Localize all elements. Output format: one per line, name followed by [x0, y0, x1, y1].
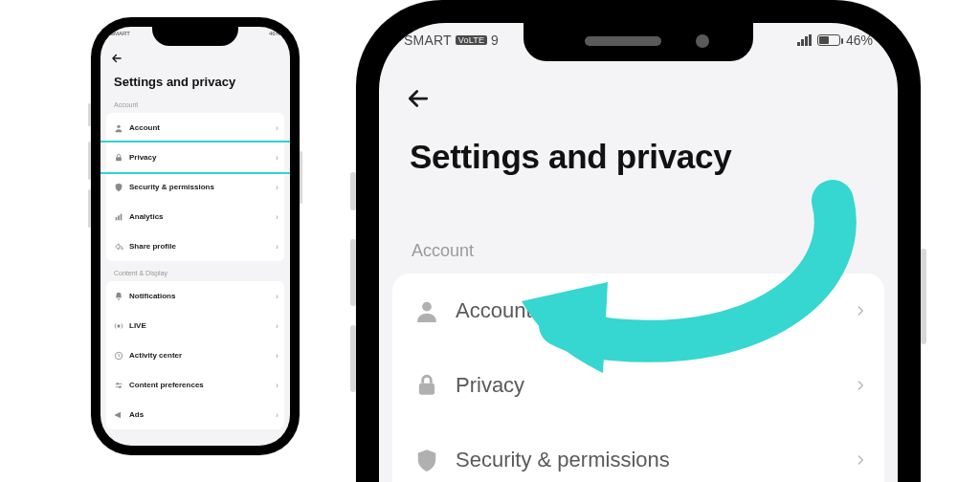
settings-list-account: Account › Privacy › Security & permissio… — [106, 113, 284, 261]
status-battery-text: 46% — [846, 33, 873, 48]
battery-icon — [817, 34, 840, 46]
share-icon — [114, 242, 123, 252]
row-privacy[interactable]: Privacy › — [106, 142, 284, 172]
volume-button — [88, 189, 91, 228]
status-volte-badge: VoLTE — [456, 35, 487, 45]
status-bar: SMART 46% — [100, 31, 290, 36]
phone-screen-small: SMART 46% Settings and privacy Account A… — [100, 27, 290, 446]
row-label: Privacy — [456, 373, 524, 398]
status-battery-text: 46% — [269, 31, 280, 36]
svg-point-9 — [422, 302, 432, 312]
row-label: Security & permissions — [456, 448, 670, 472]
settings-list-content: Notifications › LIVE › Activity center ›… — [106, 281, 284, 429]
lock-icon — [413, 372, 440, 399]
row-live[interactable]: LIVE › — [106, 311, 284, 340]
row-label: Account — [456, 298, 532, 323]
page-title: Settings and privacy — [114, 75, 235, 89]
svg-rect-1 — [116, 157, 122, 161]
svg-point-5 — [118, 324, 121, 327]
chevron-right-icon — [854, 300, 867, 321]
volume-button — [350, 239, 356, 306]
clock-icon — [114, 351, 123, 361]
row-privacy[interactable]: Privacy — [392, 348, 884, 423]
live-icon — [114, 321, 123, 331]
row-analytics[interactable]: Analytics › — [106, 202, 284, 231]
svg-rect-3 — [118, 215, 120, 220]
row-label: Analytics — [129, 212, 164, 221]
volume-button — [88, 142, 91, 180]
volume-button — [88, 103, 91, 126]
back-button[interactable] — [110, 52, 123, 65]
phone-notch — [152, 27, 238, 46]
person-icon — [413, 297, 440, 324]
chevron-right-icon: › — [276, 123, 278, 133]
row-activity-center[interactable]: Activity center › — [106, 340, 284, 370]
row-ads[interactable]: Ads › — [106, 400, 284, 429]
shield-icon — [413, 447, 440, 473]
page-title: Settings and privacy — [410, 138, 731, 176]
section-label-content: Content & Display — [114, 270, 167, 276]
chevron-right-icon: › — [276, 410, 278, 420]
section-label-account: Account — [114, 101, 138, 108]
svg-point-0 — [117, 124, 120, 127]
status-bar: SMART VoLTE 9 46% — [379, 33, 898, 48]
svg-rect-2 — [116, 217, 118, 220]
row-label: Share profile — [129, 242, 176, 251]
chevron-right-icon: › — [276, 321, 278, 331]
phone-screen-big: SMART VoLTE 9 46% Settings and privacy A… — [379, 23, 898, 482]
chevron-right-icon: › — [276, 212, 278, 222]
chevron-right-icon: › — [276, 183, 278, 192]
row-content-preferences[interactable]: Content preferences › — [106, 370, 284, 400]
row-account[interactable]: Account — [392, 274, 884, 348]
row-account[interactable]: Account › — [106, 113, 284, 142]
section-label-account: Account — [412, 241, 474, 261]
row-security[interactable]: Security & permissions › — [106, 172, 284, 202]
svg-rect-4 — [121, 213, 122, 220]
status-carrier: SMART — [110, 31, 130, 36]
chevron-right-icon: › — [276, 153, 278, 163]
svg-point-8 — [119, 385, 121, 387]
megaphone-icon — [114, 410, 123, 420]
row-label: Notifications — [129, 292, 175, 300]
row-label: Activity center — [129, 351, 182, 360]
row-security[interactable]: Security & permissions — [392, 423, 884, 482]
row-label: Privacy — [129, 153, 156, 162]
row-label: Ads — [129, 410, 144, 419]
phone-frame-small: SMART 46% Settings and privacy Account A… — [91, 17, 300, 455]
status-network-extra: 9 — [491, 33, 499, 48]
row-notifications[interactable]: Notifications › — [106, 281, 284, 311]
row-label: Content preferences — [129, 381, 204, 389]
svg-point-7 — [117, 383, 119, 384]
person-icon — [114, 123, 123, 133]
row-label: Account — [129, 123, 160, 132]
back-button[interactable] — [404, 84, 433, 113]
chevron-right-icon — [854, 375, 867, 396]
row-label: Security & permissions — [129, 183, 214, 191]
row-share-profile[interactable]: Share profile › — [106, 231, 284, 261]
chevron-right-icon: › — [276, 292, 278, 301]
settings-list-account: Account Privacy Security & permissions — [392, 274, 884, 482]
shield-icon — [114, 183, 123, 192]
chevron-right-icon: › — [276, 242, 278, 252]
status-carrier: SMART — [404, 33, 452, 48]
volume-button — [350, 172, 356, 210]
chevron-right-icon: › — [276, 381, 278, 390]
power-button — [300, 151, 302, 204]
svg-rect-10 — [419, 383, 434, 395]
volume-button — [350, 325, 356, 392]
chevron-right-icon — [854, 449, 867, 471]
row-label: LIVE — [129, 321, 146, 330]
signal-icon — [797, 34, 812, 46]
chart-icon — [114, 212, 123, 222]
power-button — [921, 249, 926, 344]
lock-icon — [114, 153, 123, 163]
phone-frame-big: SMART VoLTE 9 46% Settings and privacy A… — [356, 0, 921, 482]
chevron-right-icon: › — [276, 351, 278, 361]
bell-icon — [114, 292, 123, 301]
sliders-icon — [114, 381, 123, 390]
